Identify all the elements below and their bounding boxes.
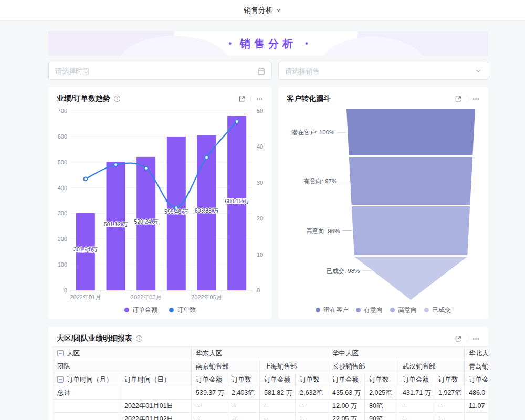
header-label: 青岛销售部 <box>469 363 488 370</box>
line-marker[interactable] <box>144 166 148 170</box>
more-icon[interactable] <box>472 95 480 103</box>
funnel-chart-card: 客户转化漏斗 潜在客户: 100%有意向: 97%高意向: 96%已成交: 98… <box>278 87 488 319</box>
table-header-cell: 订单数 <box>296 373 328 386</box>
collapse-icon[interactable] <box>57 376 64 383</box>
legend-dot <box>169 308 174 312</box>
legend-item[interactable]: 潜在客户 <box>316 306 349 314</box>
legend-dot <box>124 308 129 312</box>
table-cell: -- <box>260 413 296 420</box>
info-icon[interactable] <box>113 95 121 102</box>
legend-item[interactable]: 有意向 <box>356 306 383 314</box>
legend-item[interactable]: 订单数 <box>169 306 196 314</box>
table-header-cell: 订单数 <box>365 373 398 386</box>
x-tick: 2022年05月 <box>191 294 222 300</box>
card-header: 业绩/订单数趋势 <box>48 87 272 103</box>
table-header-cell: 订单数 <box>227 373 260 386</box>
table-header-cell: 订单时间（日） <box>120 373 192 386</box>
table-cell <box>53 413 120 420</box>
more-icon[interactable] <box>256 95 264 103</box>
y-right-tick: 30 <box>257 180 263 186</box>
table-header-cell: 订单金额 <box>398 373 434 386</box>
header-label: 长沙销售部 <box>332 363 365 370</box>
table-cell: -- <box>434 400 465 413</box>
funnel-stage-已成交[interactable] <box>354 257 467 300</box>
table-cell: -- <box>398 413 434 420</box>
header-label: 团队 <box>57 363 70 370</box>
dashboard-page: • 销售分析 • 业绩/订单数趋势 <box>48 32 488 420</box>
table-cell <box>120 386 192 400</box>
table-cell: 2,403笔 <box>227 386 260 400</box>
export-icon[interactable] <box>454 95 462 103</box>
legend-item[interactable]: 高意向 <box>390 306 417 314</box>
top-nav-bar: 销售分析 <box>0 0 525 21</box>
charts-row: 业绩/订单数趋势 <box>48 87 488 319</box>
pivot-table-container[interactable]: 大区华东大区华中大区华北大区团队南京销售部上海销售部长沙销售部武汉销售部青岛销售… <box>52 346 488 420</box>
trend-chart: 7006005004003002001000504030201002022年01… <box>57 104 264 300</box>
legend-label: 订单数 <box>177 306 196 314</box>
line-marker[interactable] <box>83 177 87 181</box>
legend-item[interactable]: 已成交 <box>424 306 451 314</box>
y-left-tick: 700 <box>58 108 67 114</box>
table-header-row: 订单时间（月）订单时间（日）订单金额订单数订单金额订单数订单金额订单数订单金额订… <box>53 373 489 386</box>
collapse-icon[interactable] <box>57 350 64 356</box>
header-label: 订单时间（日） <box>124 376 171 383</box>
funnel-stage-高意向[interactable] <box>352 206 470 255</box>
info-icon[interactable] <box>135 335 143 342</box>
more-icon[interactable] <box>472 335 480 343</box>
export-icon[interactable] <box>238 95 246 103</box>
bar-value-label: 680.15 万 <box>225 198 249 204</box>
funnel-stage-有意向[interactable] <box>349 157 472 205</box>
line-marker[interactable] <box>235 120 239 123</box>
table-row: 2022年01月01日--------12.00 万80笔----11.07 <box>53 400 489 413</box>
sales-filter[interactable] <box>278 62 488 80</box>
table-cell: 11.07 <box>465 400 489 413</box>
filter-bar <box>48 62 488 80</box>
table-header-cell: 南京销售部 <box>192 360 260 373</box>
table-cell: -- <box>260 400 296 413</box>
legend-label: 订单金额 <box>132 306 158 314</box>
time-filter-input[interactable] <box>55 67 257 75</box>
table-header-cell: 团队 <box>53 360 192 373</box>
header-label: 订单数 <box>369 376 389 383</box>
legend-item[interactable]: 订单金额 <box>124 306 158 314</box>
chevron-down-icon <box>475 68 481 74</box>
table-cell <box>53 400 120 413</box>
funnel-card-title: 客户转化漏斗 <box>287 94 331 103</box>
table-cell: 90笔 <box>365 413 398 420</box>
table-row: 总计539.37 万2,403笔581.82 万2,632笔435.63 万2,… <box>53 386 489 400</box>
funnel-stage-潜在客户[interactable] <box>346 109 475 155</box>
header-label: 大区 <box>67 350 80 357</box>
header-label: 订单金额 <box>264 376 290 383</box>
table-header-cell: 华东大区 <box>192 347 328 360</box>
export-icon[interactable] <box>454 335 462 343</box>
card-actions <box>454 95 480 103</box>
header-label: 华东大区 <box>196 350 222 357</box>
y-left-tick: 200 <box>58 236 67 242</box>
y-left-tick: 0 <box>64 287 67 293</box>
line-marker[interactable] <box>114 163 118 166</box>
sales-filter-input[interactable] <box>285 67 475 75</box>
table-header-cell: 订单金额 <box>260 373 296 386</box>
legend-dot <box>390 308 395 312</box>
header-label: 华北大区 <box>469 350 488 357</box>
chevron-down-icon[interactable] <box>276 7 281 13</box>
line-marker[interactable] <box>205 156 208 160</box>
header-label: 订单金额 <box>403 376 429 383</box>
header-label: 订单金额 <box>332 376 359 383</box>
header-label: 订单金额 <box>469 376 488 383</box>
table-header-cell: 华北大区 <box>465 347 489 360</box>
y-left-tick: 100 <box>58 261 67 268</box>
time-filter[interactable] <box>48 62 272 80</box>
table-cell: 总计 <box>53 386 120 400</box>
trend-legend: 订单金额订单数 <box>48 306 272 314</box>
table-cell: -- <box>227 400 260 413</box>
table-header-cell: 订单数 <box>434 373 465 386</box>
funnel-chart: 潜在客户: 100%有意向: 97%高意向: 96%已成交: 98% <box>287 104 480 300</box>
bar-value-label: 603.88 万 <box>195 207 219 214</box>
legend-label: 已成交 <box>432 306 451 314</box>
table-header-cell: 上海销售部 <box>260 360 328 373</box>
page-title: 销售分析 <box>244 6 273 15</box>
report-table-card: 大区/团队业绩明细报表 <box>48 327 488 420</box>
header-label: 订单时间（月） <box>67 376 113 383</box>
card-actions <box>238 95 264 103</box>
